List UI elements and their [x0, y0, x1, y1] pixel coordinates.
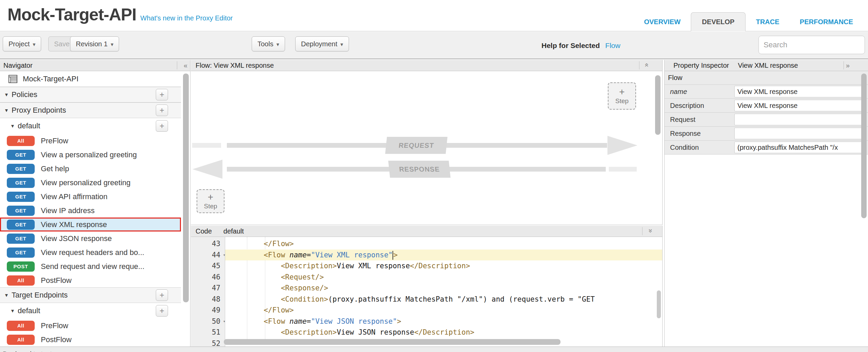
code-line[interactable]: </Flow>: [225, 305, 662, 316]
tools-dropdown[interactable]: Tools: [252, 36, 285, 51]
flow-item-view-api-affirmation[interactable]: GETView API affirmation: [0, 190, 181, 204]
search-input[interactable]: [758, 36, 865, 54]
flow-item-get-help[interactable]: GETGet help: [0, 162, 181, 176]
property-value-field[interactable]: [734, 114, 866, 125]
property-row: Description View XML response: [665, 99, 868, 113]
flow-item-view-json-response[interactable]: GETView JSON response: [0, 231, 181, 245]
app-header: Mock-Target-API What's new in the Proxy …: [0, 0, 868, 31]
code-vertical-scrollbar[interactable]: [657, 290, 661, 318]
flow-item-view-a-personalized-greeting[interactable]: GETView a personalized greeting: [0, 148, 181, 162]
flow-panel-title: Flow: View XML response: [191, 62, 274, 69]
navigator-section-default[interactable]: ▼default+: [0, 303, 181, 319]
code-horizontal-scrollbar[interactable]: [224, 339, 561, 345]
flow-item-preflow[interactable]: AllPreFlow: [0, 319, 181, 333]
expand-caret-icon[interactable]: ▼: [4, 292, 12, 298]
revision-dropdown[interactable]: Revision 1: [70, 36, 119, 51]
help-flow-link[interactable]: Flow: [605, 42, 620, 50]
add-button[interactable]: +: [156, 305, 168, 317]
property-row: Response: [665, 127, 868, 141]
code-endpoint-name: default: [223, 227, 244, 235]
expand-caret-icon[interactable]: ▼: [4, 108, 12, 113]
expand-caret-icon[interactable]: ▼: [10, 123, 18, 129]
add-button[interactable]: +: [156, 120, 168, 132]
navigator-scrollbar[interactable]: [183, 74, 189, 302]
deployment-status: Deployed to test: [3, 350, 868, 352]
flow-item-view-xml-response[interactable]: GETView XML response: [0, 218, 181, 231]
property-label: Response: [665, 127, 734, 140]
property-value-field[interactable]: (proxy.pathsuffix MatchesPath "/x: [734, 142, 866, 153]
navigator-section-proxy-endpoints[interactable]: ▼Proxy Endpoints+: [0, 102, 181, 118]
flow-panel: Flow: View XML response « + Step REQUEST…: [191, 60, 663, 225]
expand-caret-icon[interactable]: ▼: [10, 308, 18, 314]
project-dropdown[interactable]: Project: [3, 36, 41, 51]
navigator-section-target-endpoints[interactable]: ▼Target Endpoints+: [0, 287, 181, 303]
code-line[interactable]: <Condition>(proxy.pathsuffix MatchesPath…: [225, 294, 662, 305]
request-pipe-stub: [192, 143, 221, 148]
expand-caret-icon[interactable]: ▼: [4, 92, 12, 97]
code-line[interactable]: <Description>View JSON response</Descrip…: [225, 327, 662, 338]
code-editor[interactable]: 4344▾454647484950▾5152 </Flow> <Flow nam…: [191, 237, 662, 347]
page-title: Mock-Target-API: [7, 5, 136, 25]
line-number: 48: [191, 294, 225, 305]
method-badge: GET: [7, 247, 35, 258]
expand-right-icon[interactable]: »: [846, 62, 850, 69]
tab-trace[interactable]: TRACE: [746, 13, 789, 31]
tab-develop[interactable]: DEVELOP: [691, 12, 746, 31]
whats-new-link[interactable]: What's new in the Proxy Editor: [140, 14, 233, 22]
code-line[interactable]: <Response/>: [225, 283, 662, 294]
add-step-button[interactable]: + Step: [197, 189, 224, 213]
tab-overview[interactable]: OVERVIEW: [634, 13, 690, 31]
navigator-section-policies[interactable]: ▼Policies+: [0, 87, 181, 102]
code-line[interactable]: <Flow name="View XML response">: [225, 250, 662, 261]
method-badge: All: [7, 335, 35, 345]
plus-icon: +: [208, 192, 213, 202]
code-line[interactable]: <Flow name="View JSON response">: [225, 316, 662, 327]
code-line[interactable]: <Request/>: [225, 272, 662, 283]
main-tabs: OVERVIEW DEVELOP TRACE PERFORMANCE: [634, 12, 863, 31]
line-number: 47: [191, 283, 225, 294]
flow-diagram: + Step REQUEST RESPONSE + Step: [191, 71, 662, 225]
flow-item-postflow[interactable]: AllPostFlow: [0, 273, 181, 287]
collapse-down-icon[interactable]: »: [648, 229, 654, 233]
add-button[interactable]: +: [156, 89, 168, 100]
tab-performance[interactable]: PERFORMANCE: [789, 13, 863, 31]
flow-item-view-personalized-greeting[interactable]: GETView personalized greeting: [0, 176, 181, 190]
property-label: Request: [665, 113, 734, 126]
property-inspector-title: Property Inspector: [665, 62, 729, 69]
property-label: name: [665, 85, 734, 98]
navigator-root-item[interactable]: Mock-Target-API: [0, 71, 181, 87]
line-number: 43: [191, 238, 225, 250]
property-label: Description: [665, 99, 734, 112]
method-badge: GET: [7, 220, 35, 230]
collapse-left-icon[interactable]: «: [184, 62, 187, 69]
property-value-field[interactable]: [734, 128, 866, 139]
add-step-button[interactable]: + Step: [608, 82, 636, 110]
method-badge: GET: [7, 192, 35, 202]
add-button[interactable]: +: [156, 105, 168, 116]
code-line[interactable]: <Description>View XML response</Descript…: [225, 260, 662, 272]
flow-item-view-ip-address[interactable]: GETView IP address: [0, 204, 181, 218]
add-button[interactable]: +: [156, 289, 168, 301]
code-line[interactable]: </Flow>: [225, 238, 662, 250]
property-value-field[interactable]: View XML response: [734, 100, 866, 111]
deployment-dropdown[interactable]: Deployment: [295, 36, 349, 51]
property-value-field[interactable]: View XML response: [734, 86, 866, 97]
main-content: Navigator « Mock-Target-API▼Policies+▼Pr…: [0, 60, 868, 347]
flow-item-send-request-and-view-reque[interactable]: POSTSend request and view reque...: [0, 259, 181, 273]
line-number: 45: [191, 260, 225, 272]
inspector-section-header: Flow: [665, 71, 868, 85]
help-for-selected-label: Help for Selected: [541, 42, 600, 50]
status-footer: Deployed to test: [0, 347, 868, 352]
collapse-up-icon[interactable]: «: [644, 63, 651, 67]
flow-item-postflow[interactable]: AllPostFlow: [0, 333, 181, 347]
navigator-section-default[interactable]: ▼default+: [0, 118, 181, 134]
flow-item-preflow[interactable]: AllPreFlow: [0, 134, 181, 148]
line-number: 51: [191, 327, 225, 338]
method-badge: GET: [7, 178, 35, 188]
flow-item-view-request-headers-and-bo[interactable]: GETView request headers and bo...: [0, 245, 181, 259]
chevron-down-icon: [33, 40, 35, 48]
method-badge: All: [7, 321, 35, 331]
code-panel: Code default » 4344▾454647484950▾5152 </…: [191, 226, 663, 347]
flow-scrollbar[interactable]: [655, 75, 661, 135]
inspector-scrollbar[interactable]: [861, 74, 867, 218]
